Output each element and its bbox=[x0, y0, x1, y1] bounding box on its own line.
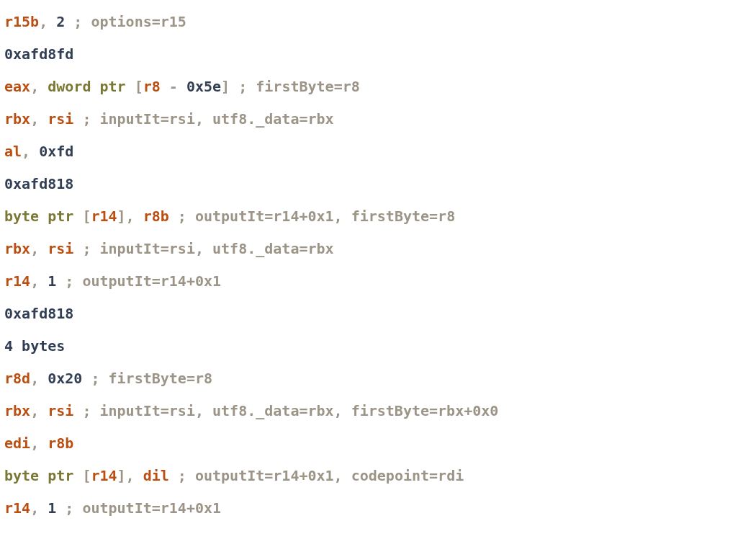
token-p bbox=[169, 208, 178, 225]
token-reg: rsi bbox=[48, 240, 73, 257]
token-p bbox=[13, 337, 22, 355]
token-kw: byte bbox=[4, 467, 39, 484]
token-cm: ; outputIt=r14+0x1 bbox=[65, 499, 221, 517]
code-line: r15b, 2 ; options=r15 bbox=[4, 6, 752, 38]
token-num: 0xafd818 bbox=[4, 305, 73, 322]
token-num: 0x5e bbox=[186, 78, 221, 95]
token-p: [ bbox=[73, 208, 91, 225]
code-line: 4 bytes bbox=[4, 330, 752, 362]
token-p bbox=[73, 402, 82, 419]
token-p bbox=[56, 499, 65, 517]
token-cm: ; firstByte=r8 bbox=[91, 370, 212, 387]
code-line: r8d, 0x20 ; firstByte=r8 bbox=[4, 362, 752, 395]
token-num: 0x20 bbox=[48, 370, 82, 387]
token-num: 2 bbox=[56, 13, 65, 30]
token-p: [ bbox=[73, 467, 91, 484]
token-kw: byte bbox=[4, 208, 39, 225]
token-cm: ; firstByte=r8 bbox=[238, 78, 360, 95]
token-p: ], bbox=[117, 467, 143, 484]
token-reg: rbx bbox=[4, 402, 30, 419]
token-num: 1 bbox=[48, 499, 56, 517]
code-line: rbx, rsi ; inputIt=rsi, utf8._data=rbx bbox=[4, 233, 752, 265]
token-cm: ; outputIt=r14+0x1, firstByte=r8 bbox=[178, 208, 455, 225]
assembly-code-block: r15b, 2 ; options=r150xafd8fdeax, dword … bbox=[0, 0, 756, 530]
code-line: r14, 1 ; outputIt=r14+0x1 bbox=[4, 492, 752, 525]
code-line: byte ptr [r14], dil ; outputIt=r14+0x1, … bbox=[4, 460, 752, 492]
token-p: , bbox=[30, 272, 48, 290]
token-p: , bbox=[30, 110, 48, 128]
token-num: 4 bbox=[4, 337, 13, 355]
token-kw: ptr bbox=[99, 78, 125, 95]
token-p: , bbox=[30, 240, 48, 257]
token-p: , bbox=[39, 13, 56, 30]
code-line: edi, r8b bbox=[4, 427, 752, 460]
token-p bbox=[65, 13, 73, 30]
token-p bbox=[73, 240, 82, 257]
token-kw: ptr bbox=[48, 467, 73, 484]
token-cm: ; inputIt=rsi, utf8._data=rbx, firstByte… bbox=[82, 402, 498, 419]
code-line: 0xafd818 bbox=[4, 298, 752, 330]
token-p: - bbox=[161, 78, 186, 95]
token-num: 1 bbox=[48, 272, 56, 290]
token-p: [ bbox=[126, 78, 143, 95]
token-reg: r8b bbox=[48, 435, 73, 452]
token-num: 0xafd818 bbox=[4, 175, 73, 192]
token-cm: ; inputIt=rsi, utf8._data=rbx bbox=[82, 240, 333, 257]
token-p: ] bbox=[221, 78, 238, 95]
token-p bbox=[56, 272, 65, 290]
token-kw: ptr bbox=[48, 208, 73, 225]
token-cm: ; outputIt=r14+0x1 bbox=[65, 272, 221, 290]
token-reg: dil bbox=[143, 467, 169, 484]
token-p bbox=[39, 467, 48, 484]
token-reg: r14 bbox=[91, 208, 117, 225]
code-line: eax, dword ptr [r8 - 0x5e] ; firstByte=r… bbox=[4, 71, 752, 103]
code-line: rbx, rsi ; inputIt=rsi, utf8._data=rbx, … bbox=[4, 395, 752, 427]
token-p: , bbox=[22, 143, 39, 160]
code-line: byte ptr [r14], r8b ; outputIt=r14+0x1, … bbox=[4, 200, 752, 233]
token-num: 0xfd bbox=[39, 143, 73, 160]
code-line: 0xafd818 bbox=[4, 168, 752, 200]
token-p: , bbox=[30, 78, 48, 95]
token-reg: eax bbox=[4, 78, 30, 95]
token-reg: r14 bbox=[4, 499, 30, 517]
token-kw: dword bbox=[48, 78, 91, 95]
token-reg: r8 bbox=[143, 78, 161, 95]
code-line: r14, 1 ; outputIt=r14+0x1 bbox=[4, 265, 752, 298]
token-cm: ; inputIt=rsi, utf8._data=rbx bbox=[82, 110, 333, 128]
token-cm: ; options=r15 bbox=[73, 13, 186, 30]
token-by: bytes bbox=[22, 337, 65, 355]
token-p: , bbox=[30, 370, 48, 387]
token-reg: r14 bbox=[4, 272, 30, 290]
token-reg: rsi bbox=[48, 110, 73, 128]
token-reg: al bbox=[4, 143, 22, 160]
token-reg: rbx bbox=[4, 110, 30, 128]
token-reg: r8b bbox=[143, 208, 169, 225]
token-num: 0xafd8fd bbox=[4, 45, 73, 63]
code-line: 0xafd8fd bbox=[4, 38, 752, 71]
token-reg: r8d bbox=[4, 370, 30, 387]
token-p bbox=[39, 208, 48, 225]
token-p bbox=[169, 467, 178, 484]
token-p: ], bbox=[117, 208, 143, 225]
code-line: al, 0xfd bbox=[4, 135, 752, 168]
token-p bbox=[91, 78, 99, 95]
token-p: , bbox=[30, 402, 48, 419]
token-cm: ; outputIt=r14+0x1, codepoint=rdi bbox=[178, 467, 464, 484]
token-p bbox=[73, 110, 82, 128]
token-p: , bbox=[30, 435, 48, 452]
token-reg: r14 bbox=[91, 467, 117, 484]
token-reg: rsi bbox=[48, 402, 73, 419]
token-reg: r15b bbox=[4, 13, 39, 30]
token-reg: edi bbox=[4, 435, 30, 452]
token-p: , bbox=[30, 499, 48, 517]
token-p bbox=[82, 370, 91, 387]
code-line: rbx, rsi ; inputIt=rsi, utf8._data=rbx bbox=[4, 103, 752, 135]
token-reg: rbx bbox=[4, 240, 30, 257]
